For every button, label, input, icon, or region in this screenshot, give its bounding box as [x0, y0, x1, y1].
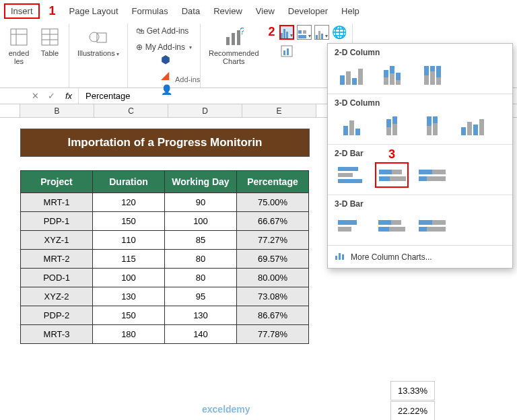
- tab-page-layout[interactable]: Page Layout: [63, 3, 125, 19]
- clustered-column-option[interactable]: [335, 61, 368, 87]
- cell-percentage[interactable]: 73.08%: [237, 287, 309, 306]
- dd-hdr-3d-column: 3-D Column: [335, 98, 506, 108]
- sheet-title[interactable]: Importation of a Progress Monitorin: [20, 129, 310, 157]
- cell-percentage[interactable]: 77.78%: [237, 325, 309, 344]
- map-chart-button[interactable]: 🌐: [332, 25, 347, 40]
- cell-percentage[interactable]: 80.00%: [237, 269, 309, 287]
- cell-percentage[interactable]: 86.67%: [237, 306, 309, 325]
- tab-review[interactable]: Review: [207, 3, 249, 19]
- cell-percentage[interactable]: 75.00%: [237, 193, 309, 212]
- tab-view[interactable]: View: [249, 3, 281, 19]
- 3d-stacked-column-option[interactable]: [375, 112, 409, 137]
- cell-project[interactable]: MRT-2: [21, 250, 93, 269]
- data-table: Project Duration Working Day Percentage …: [20, 170, 309, 344]
- cell-project[interactable]: MRT-3: [21, 325, 93, 344]
- hierarchy-chart-button[interactable]: ▾: [297, 25, 312, 40]
- cell-duration[interactable]: 150: [93, 212, 165, 231]
- pivot-chart-button[interactable]: [279, 42, 294, 57]
- hdr-project[interactable]: Project: [21, 171, 93, 193]
- recommended-charts-button[interactable]: ? Recommended Charts: [206, 25, 262, 67]
- get-addins-button[interactable]: 🛍 Get Add-ins: [133, 25, 192, 37]
- group-addins: 🛍 Get Add-ins ⊕ My Add-ins▾ ⬢ ◢ 👤 Add-in…: [128, 24, 201, 88]
- bing-icon[interactable]: ◢: [161, 69, 172, 81]
- 3d-clustered-bar-option[interactable]: [335, 213, 368, 238]
- cell-project[interactable]: POD-1: [21, 269, 93, 287]
- cell-working[interactable]: 100: [165, 212, 237, 231]
- stacked100-column-option[interactable]: [415, 61, 449, 87]
- visio-icon[interactable]: ⬢: [161, 53, 172, 66]
- 3d-stacked-bar-option[interactable]: [375, 213, 409, 238]
- hdr-duration[interactable]: Duration: [93, 171, 165, 193]
- table-button[interactable]: Table: [36, 25, 63, 59]
- cell-duration[interactable]: 100: [93, 269, 165, 287]
- waterfall-chart-button[interactable]: ▾: [314, 25, 329, 40]
- formula-enter-button[interactable]: ✓: [43, 91, 59, 101]
- svg-rect-14: [303, 30, 306, 34]
- table-row: XYZ-11108577.27%: [21, 231, 309, 250]
- cell-percentage[interactable]: 66.67%: [237, 212, 309, 231]
- cell-working[interactable]: 130: [165, 306, 237, 325]
- 3d-stacked100-column-option[interactable]: [415, 112, 449, 137]
- svg-rect-0: [11, 29, 27, 45]
- my-addins-button[interactable]: ⊕ My Add-ins▾: [133, 41, 195, 53]
- svg-rect-19: [335, 256, 337, 260]
- dd-hdr-2d-bar: 2-D Bar: [335, 149, 506, 158]
- cell-working[interactable]: 90: [165, 193, 237, 212]
- 3d-stacked100-bar-option[interactable]: [415, 213, 449, 238]
- stacked-bar-option[interactable]: [375, 162, 409, 188]
- illustrations-button[interactable]: Illustrations▾: [75, 25, 122, 59]
- col-B[interactable]: B: [20, 104, 94, 117]
- col-C[interactable]: C: [94, 104, 168, 117]
- svg-rect-10: [232, 33, 235, 45]
- cell-project[interactable]: PDP-2: [21, 306, 93, 325]
- cell-duration[interactable]: 120: [93, 193, 165, 212]
- annotation-3: 3: [388, 147, 395, 162]
- cell-project[interactable]: MRT-1: [21, 193, 93, 212]
- cell-extra-1[interactable]: 13.33%: [390, 381, 435, 400]
- tab-formulas[interactable]: Formulas: [125, 3, 175, 19]
- cell-working[interactable]: 95: [165, 287, 237, 306]
- bars-small-icon: [335, 251, 345, 262]
- cell-duration[interactable]: 150: [93, 306, 165, 325]
- dd-hdr-3d-bar: 3-D Bar: [335, 199, 506, 209]
- fx-button[interactable]: fx: [59, 91, 78, 101]
- cell-duration[interactable]: 130: [93, 287, 165, 306]
- col-D[interactable]: D: [168, 104, 242, 117]
- chart-dropdown: 2-D Column 3-D Column 2-D Bar 3 3-D Bar: [327, 43, 513, 269]
- cell-working[interactable]: 80: [165, 250, 237, 269]
- hdr-percentage[interactable]: Percentage: [237, 171, 309, 193]
- stacked-column-option[interactable]: [375, 61, 409, 87]
- cell-working[interactable]: 80: [165, 269, 237, 287]
- tab-developer[interactable]: Developer: [281, 3, 335, 19]
- cell-duration[interactable]: 180: [93, 325, 165, 344]
- cell-duration[interactable]: 110: [93, 231, 165, 250]
- cell-project[interactable]: XYZ-1: [21, 231, 93, 250]
- dd-hdr-2d-column: 2-D Column: [335, 48, 506, 57]
- stacked100-bar-option[interactable]: [415, 162, 449, 188]
- store-icon: 🛍: [136, 26, 144, 36]
- cell-percentage[interactable]: 69.57%: [237, 250, 309, 269]
- hdr-working[interactable]: Working Day: [165, 171, 237, 193]
- svg-point-7: [90, 32, 99, 42]
- group-label-addins: Add-ins: [175, 75, 200, 83]
- 3d-column-option[interactable]: [456, 112, 489, 137]
- more-column-charts[interactable]: More Column Charts...: [328, 246, 512, 268]
- clustered-bar-option[interactable]: [335, 162, 368, 188]
- tab-help[interactable]: Help: [335, 3, 366, 19]
- cell-percentage[interactable]: 77.27%: [237, 231, 309, 250]
- 3d-clustered-column-option[interactable]: [335, 112, 368, 137]
- formula-cancel-button[interactable]: ✕: [27, 91, 43, 101]
- column-chart-button[interactable]: ▾: [279, 25, 294, 40]
- cell-project[interactable]: XYZ-2: [21, 287, 93, 306]
- table-row: POD-11008080.00%: [21, 269, 309, 287]
- group-illustrations: Illustrations▾: [69, 24, 128, 88]
- cell-duration[interactable]: 115: [93, 250, 165, 269]
- tab-data[interactable]: Data: [175, 3, 207, 19]
- cell-extra-2[interactable]: 22.22%: [390, 401, 435, 420]
- pivot-ended-button[interactable]: endedles: [5, 25, 32, 67]
- cell-working[interactable]: 85: [165, 231, 237, 250]
- cell-working[interactable]: 140: [165, 325, 237, 344]
- cell-project[interactable]: PDP-1: [21, 212, 93, 231]
- col-E[interactable]: E: [242, 104, 316, 117]
- tab-insert[interactable]: Insert: [4, 3, 40, 19]
